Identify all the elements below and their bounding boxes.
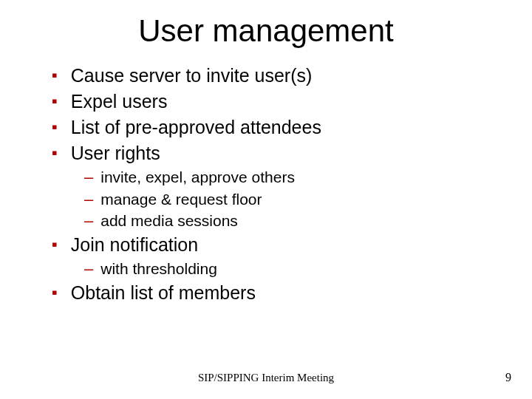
sub-bullet-text: with thresholding	[100, 259, 217, 279]
square-bullet-icon: ▪	[52, 89, 58, 113]
slide-body: ▪ Cause server to invite user(s) ▪ Expel…	[0, 49, 532, 305]
square-bullet-icon: ▪	[52, 233, 58, 256]
bullet-text: User rights	[71, 141, 160, 166]
sub-bullet-item: – with thresholding	[84, 259, 498, 279]
slide-title: User management	[0, 0, 532, 49]
footer-center-text: SIP/SIPPING Interim Meeting	[198, 372, 334, 384]
sub-bullet-text: add media sessions	[100, 211, 238, 231]
sub-bullet-item: – invite, expel, approve others	[84, 167, 498, 188]
square-bullet-icon: ▪	[52, 281, 58, 304]
dash-bullet-icon: –	[84, 189, 93, 209]
dash-bullet-icon: –	[84, 211, 93, 231]
slide: User management ▪ Cause server to invite…	[0, 0, 532, 399]
bullet-text: Expel users	[71, 89, 168, 114]
square-bullet-icon: ▪	[52, 64, 58, 87]
page-number: 9	[505, 371, 511, 384]
bullet-text: List of pre-approved attendees	[71, 115, 321, 140]
bullet-item: ▪ Obtain list of members	[52, 281, 498, 305]
sub-bullet-text: invite, expel, approve others	[100, 167, 295, 188]
bullet-text: Join notification	[71, 233, 198, 257]
bullet-item: ▪ Cause server to invite user(s)	[52, 64, 498, 88]
dash-bullet-icon: –	[84, 259, 93, 279]
square-bullet-icon: ▪	[52, 115, 58, 139]
sub-list: – with thresholding	[84, 259, 498, 279]
sub-bullet-item: – manage & request floor	[84, 189, 498, 210]
sub-bullet-item: – add media sessions	[84, 211, 498, 231]
bullet-item: ▪ List of pre-approved attendees	[52, 115, 498, 140]
sub-list: – invite, expel, approve others – manage…	[84, 167, 498, 231]
square-bullet-icon: ▪	[52, 141, 58, 165]
sub-bullet-text: manage & request floor	[100, 189, 262, 210]
bullet-item: ▪ Join notification	[52, 233, 498, 257]
bullet-text: Obtain list of members	[71, 281, 256, 305]
bullet-item: ▪ Expel users	[52, 89, 498, 114]
bullet-item: ▪ User rights	[52, 141, 498, 166]
bullet-text: Cause server to invite user(s)	[71, 64, 313, 88]
dash-bullet-icon: –	[84, 167, 93, 187]
